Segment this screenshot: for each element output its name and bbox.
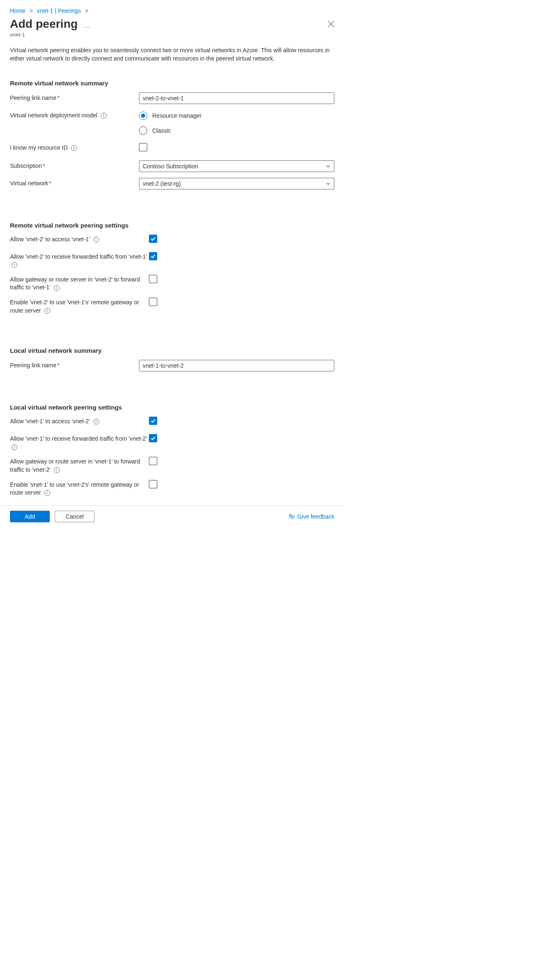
local-allow-gateway-label: Allow gateway or route server in 'vnet-1…: [10, 457, 149, 474]
svg-point-2: [289, 514, 291, 516]
info-icon[interactable]: i: [12, 444, 17, 450]
resource-id-checkbox[interactable]: [139, 143, 147, 151]
section-local-peering-heading: Local virtual network peering settings: [10, 404, 334, 411]
chevron-down-icon: [326, 181, 331, 186]
info-icon[interactable]: i: [12, 262, 17, 268]
remote-use-remote-gateway-checkbox[interactable]: [149, 298, 157, 306]
close-icon[interactable]: [328, 21, 334, 27]
info-icon[interactable]: i: [54, 467, 60, 473]
local-use-remote-gateway-label: Enable 'vnet-1' to use 'vnet-2's' remote…: [10, 480, 149, 497]
remote-allow-forwarded-checkbox[interactable]: [149, 252, 157, 260]
chevron-right-icon: >: [83, 7, 91, 14]
radio-label: Resource manager: [152, 112, 202, 119]
remote-peering-link-name-input[interactable]: [139, 92, 334, 104]
remote-allow-gateway-checkbox[interactable]: [149, 275, 157, 283]
page-subtitle: vnet-1: [10, 32, 334, 38]
local-allow-access-label: Allow 'vnet-1' to access 'vnet-2' i: [10, 417, 149, 426]
breadcrumb-home[interactable]: Home: [10, 7, 25, 14]
deployment-model-label: Virtual network deployment model i: [10, 110, 139, 120]
info-icon[interactable]: i: [54, 285, 60, 291]
remote-allow-access-label: Allow 'vnet-2' to access 'vnet-1' i: [10, 235, 149, 244]
chevron-right-icon: >: [27, 7, 35, 14]
add-button[interactable]: Add: [10, 511, 50, 522]
local-use-remote-gateway-checkbox[interactable]: [149, 480, 157, 488]
peering-link-name-label: Peering link name*: [10, 92, 139, 102]
info-icon[interactable]: i: [101, 113, 107, 119]
info-icon[interactable]: i: [44, 308, 50, 314]
local-peering-link-name-input[interactable]: [139, 360, 334, 371]
local-allow-gateway-checkbox[interactable]: [149, 457, 157, 465]
info-icon[interactable]: i: [44, 490, 50, 496]
radio-icon: [139, 126, 147, 135]
chevron-down-icon: [326, 164, 331, 169]
local-peering-link-name-label: Peering link name*: [10, 360, 139, 370]
info-icon[interactable]: i: [93, 237, 99, 243]
remote-allow-forwarded-label: Allow 'vnet-2' to receive forwarded traf…: [10, 252, 149, 269]
more-actions-icon[interactable]: …: [83, 22, 91, 29]
select-value: vnet-2 (test-rg): [143, 180, 181, 187]
info-icon[interactable]: i: [71, 145, 77, 151]
resource-id-label: I know my resource ID i: [10, 143, 139, 152]
breadcrumb-vnet-peerings[interactable]: vnet-1 | Peerings: [37, 7, 81, 14]
local-allow-forwarded-label: Allow 'vnet-1' to receive forwarded traf…: [10, 434, 149, 451]
local-allow-access-checkbox[interactable]: [149, 417, 157, 425]
breadcrumb: Home > vnet-1 | Peerings >: [10, 7, 334, 14]
select-value: Contoso Subscription: [143, 163, 198, 170]
section-local-summary-heading: Local virtual network summary: [10, 347, 334, 354]
remote-allow-gateway-label: Allow gateway or route server in 'vnet-2…: [10, 275, 149, 292]
feedback-icon: [288, 513, 295, 520]
remote-allow-access-checkbox[interactable]: [149, 235, 157, 243]
info-icon[interactable]: i: [93, 419, 99, 425]
page-title: Add peering: [10, 17, 78, 31]
radio-resource-manager[interactable]: Resource manager: [139, 112, 334, 120]
subscription-select[interactable]: Contoso Subscription: [139, 160, 334, 172]
virtual-network-select[interactable]: vnet-2 (test-rg): [139, 178, 334, 189]
give-feedback-link[interactable]: Give feedback: [288, 513, 335, 520]
section-remote-peering-heading: Remote virtual network peering settings: [10, 222, 334, 229]
section-remote-summary-heading: Remote virtual network summary: [10, 80, 334, 87]
local-allow-forwarded-checkbox[interactable]: [149, 434, 157, 442]
radio-classic[interactable]: Classic: [139, 126, 334, 135]
remote-use-remote-gateway-label: Enable 'vnet-2' to use 'vnet-1's' remote…: [10, 298, 149, 315]
virtual-network-label: Virtual network*: [10, 178, 139, 188]
page-description: Virtual network peering enables you to s…: [10, 46, 334, 63]
radio-icon: [139, 112, 147, 120]
feedback-label: Give feedback: [297, 513, 335, 520]
cancel-button[interactable]: Cancel: [55, 511, 95, 522]
subscription-label: Subscription*: [10, 160, 139, 170]
radio-label: Classic: [152, 127, 171, 134]
